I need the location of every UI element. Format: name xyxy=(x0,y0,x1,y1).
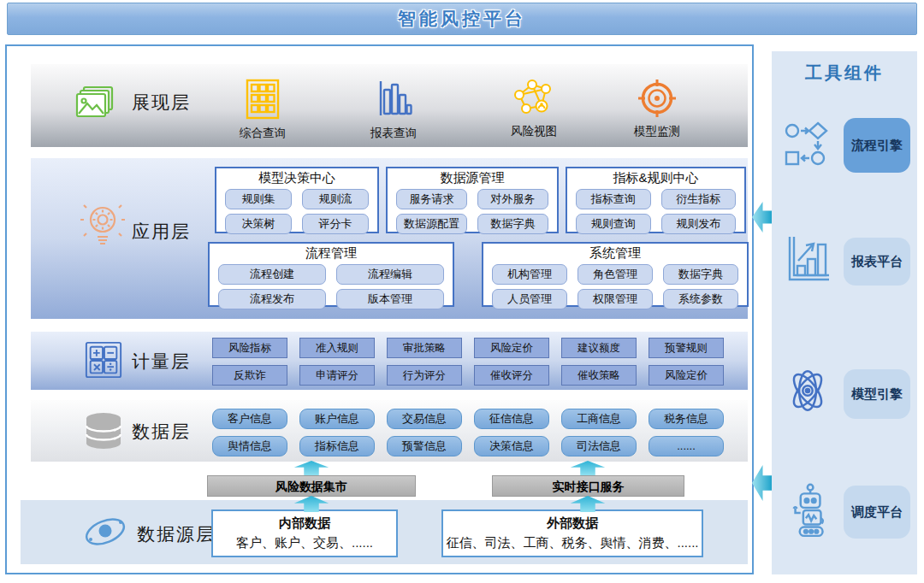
layer-data: 数据层 客户信息 账户信息 交易信息 征信信息 工商信息 税务信息 舆情信息 指… xyxy=(31,400,748,462)
app-pill: 决策树 xyxy=(225,214,292,234)
measure-item: 催收评分 xyxy=(474,365,549,386)
app-pill: 规则流 xyxy=(302,189,369,209)
platform-header: 智能风控平台 xyxy=(7,3,917,35)
external-data-desc: 征信、司法、工商、税务、舆情、消费、...... xyxy=(443,535,702,551)
realtime-api-bar: 实时接口服务 xyxy=(492,475,684,497)
presentation-item-label: 报表查询 xyxy=(346,126,441,141)
group-title: 系统管理 xyxy=(483,244,747,262)
group-system-management: 系统管理 机构管理 角色管理 数据字典 人员管理 权限管理 系统参数 xyxy=(482,242,749,307)
layer-presentation: 展现层 综合查询 xyxy=(31,64,748,147)
left-arrow xyxy=(752,465,773,501)
presentation-item-label: 综合查询 xyxy=(216,126,310,141)
group-indicator-rule-center: 指标&规则中心 指标查询 衍生指标 规则查询 规则发布 xyxy=(566,167,746,233)
risk-platform-diagram: 智能风控平台 展现层 xyxy=(0,0,924,583)
group-datasource-management: 数据源管理 服务请求 对外服务 数据源配置 数据字典 xyxy=(386,167,559,233)
layer-application: 应用层 模型决策中心 规则集 规则流 决策树 评分卡 数据源管理 服务请求 对外… xyxy=(31,158,748,319)
measure-item: 风险定价 xyxy=(474,338,549,358)
external-data-box: 外部数据 征信、司法、工商、税务、舆情、消费、...... xyxy=(441,509,703,557)
layer-label-datasource: 数据源层 xyxy=(137,522,216,546)
app-pill: 规则发布 xyxy=(661,214,737,234)
tool-item-scheduler-platform: 调度平台 xyxy=(844,486,910,539)
measure-item: 催收策略 xyxy=(561,365,637,386)
photos-icon xyxy=(74,83,116,129)
group-title: 数据源管理 xyxy=(388,168,557,186)
layer-measurement: 计量层 风险指标 准入规则 审批策略 风险定价 建议额度 预警规则 反欺诈 申请… xyxy=(31,332,748,390)
internal-data-desc: 客户、账户、交易、...... xyxy=(213,535,396,551)
internal-data-box: 内部数据 客户、账户、交易、...... xyxy=(211,509,398,557)
data-item: 指标信息 xyxy=(299,436,375,456)
layer-datasource: 数据源层 内部数据 客户、账户、交易、...... 外部数据 征信、司法、工商、… xyxy=(21,500,748,564)
presentation-item: 模型监测 xyxy=(610,78,704,139)
layer-label-presentation: 展现层 xyxy=(132,91,191,115)
grid-icon xyxy=(243,109,282,123)
main-panel: 展现层 综合查询 xyxy=(5,44,754,574)
app-pill: 数据字典 xyxy=(477,214,548,234)
data-item: 舆情信息 xyxy=(212,436,287,456)
app-pill: 版本管理 xyxy=(336,289,444,309)
page-title: 智能风控平台 xyxy=(398,7,526,31)
app-pill: 机构管理 xyxy=(492,264,567,285)
atom-icon xyxy=(782,366,833,419)
external-data-title: 外部数据 xyxy=(443,515,702,532)
presentation-item-label: 风险视图 xyxy=(487,124,581,139)
robot-icon xyxy=(782,483,833,543)
app-pill: 规则集 xyxy=(225,189,292,209)
app-pill: 流程创建 xyxy=(218,264,326,285)
group-title: 模型决策中心 xyxy=(216,168,377,186)
data-item: 账户信息 xyxy=(299,409,375,429)
app-pill: 流程发布 xyxy=(218,289,326,309)
flowchart-icon xyxy=(782,120,833,176)
app-pill: 角色管理 xyxy=(578,264,653,285)
data-item: 客户信息 xyxy=(212,409,287,429)
data-item: 征信信息 xyxy=(474,409,549,429)
data-item: 司法信息 xyxy=(561,436,637,456)
data-item: 预警信息 xyxy=(387,436,462,456)
measure-item: 准入规则 xyxy=(299,338,375,358)
internal-data-title: 内部数据 xyxy=(213,515,396,532)
report-chart-icon xyxy=(782,233,833,289)
app-pill: 对外服务 xyxy=(477,189,548,209)
app-pill: 规则查询 xyxy=(576,214,651,234)
group-title: 流程管理 xyxy=(210,244,453,262)
app-pill: 系统参数 xyxy=(663,289,738,309)
app-pill: 权限管理 xyxy=(578,289,653,309)
measure-item: 预警规则 xyxy=(649,338,724,358)
bar-chart-icon xyxy=(374,109,413,123)
galaxy-icon xyxy=(82,510,128,556)
target-icon xyxy=(637,107,678,121)
up-arrow xyxy=(568,461,607,475)
layer-label-application: 应用层 xyxy=(132,220,191,244)
app-pill: 衍生指标 xyxy=(661,189,737,209)
app-pill: 流程编辑 xyxy=(336,264,444,285)
measure-item: 行为评分 xyxy=(387,365,462,386)
data-item: ...... xyxy=(649,436,724,456)
left-arrow xyxy=(752,202,773,233)
presentation-item-label: 模型监测 xyxy=(610,124,704,139)
data-item: 工商信息 xyxy=(561,409,637,429)
data-item: 交易信息 xyxy=(387,409,462,429)
group-title: 指标&规则中心 xyxy=(567,168,744,186)
app-pill: 人员管理 xyxy=(492,289,567,309)
measure-item: 建议额度 xyxy=(561,338,637,358)
app-pill: 评分卡 xyxy=(302,214,369,234)
data-item: 决策信息 xyxy=(474,436,549,456)
tool-item-report-platform: 报表平台 xyxy=(844,238,910,286)
data-item: 税务信息 xyxy=(649,409,724,429)
app-pill: 数据源配置 xyxy=(396,214,467,234)
group-process-management: 流程管理 流程创建 流程编辑 流程发布 版本管理 xyxy=(208,242,454,307)
group-model-decision-center: 模型决策中心 规则集 规则流 决策树 评分卡 xyxy=(215,167,379,233)
layer-label-measurement: 计量层 xyxy=(132,350,191,374)
app-pill: 指标查询 xyxy=(576,189,651,209)
app-pill: 数据字典 xyxy=(663,264,738,285)
presentation-item: 风险视图 xyxy=(487,78,581,139)
tool-item-model-engine: 模型引擎 xyxy=(844,369,910,419)
measure-item: 风险指标 xyxy=(212,338,287,358)
up-arrow xyxy=(292,461,331,475)
bulb-gear-icon xyxy=(79,199,127,256)
measure-item: 申请评分 xyxy=(299,365,375,386)
tools-panel-title: 工具组件 xyxy=(772,62,917,85)
measure-item: 风险定价 xyxy=(649,365,724,386)
presentation-item: 报表查询 xyxy=(346,78,441,141)
tool-item-process-engine: 流程引擎 xyxy=(844,118,910,173)
calculator-icon xyxy=(84,340,123,383)
